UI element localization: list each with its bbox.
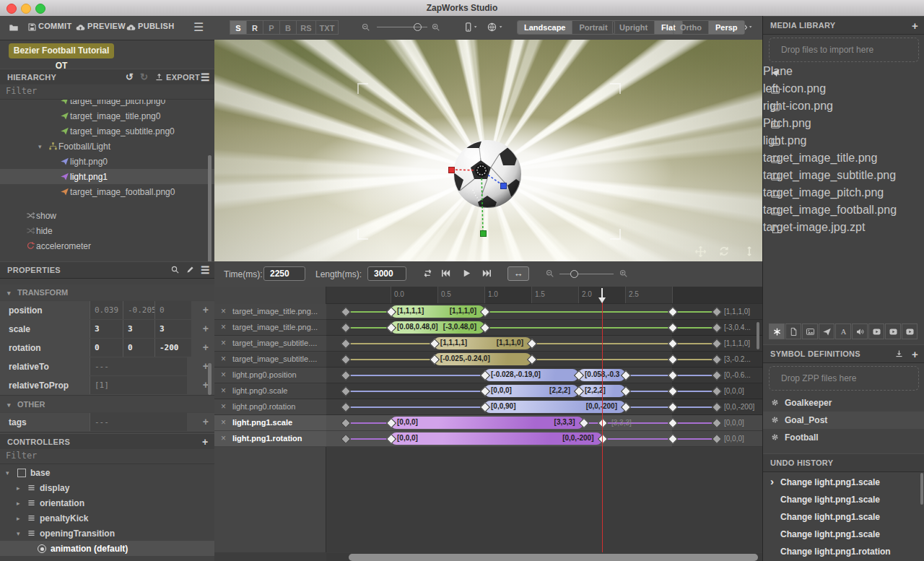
hierarchy-scrollbar[interactable]: [208, 155, 212, 266]
fit-timeline-icon[interactable]: ↔: [507, 266, 529, 281]
zoom-out-icon[interactable]: [361, 22, 371, 32]
add-media-icon[interactable]: +: [912, 20, 918, 31]
media-filter-audio[interactable]: [852, 323, 868, 339]
track-name-row[interactable]: ×light.png1.scale: [214, 415, 326, 431]
visibility-caret-icon[interactable]: [749, 25, 755, 32]
symbol-item[interactable]: Goal_Post: [763, 412, 924, 429]
expander-chevron-icon[interactable]: ▾: [6, 469, 9, 477]
symbol-item[interactable]: Football: [763, 429, 924, 446]
media-filter-plane[interactable]: [819, 323, 834, 339]
delete-track-icon[interactable]: ×: [221, 370, 226, 380]
project-badge[interactable]: Bezier Football Tutorial OT: [9, 43, 114, 58]
section-chevron-icon[interactable]: ▾: [7, 290, 11, 297]
track-start-handle[interactable]: [341, 386, 351, 396]
dolly-view-icon[interactable]: [744, 245, 755, 257]
property-value[interactable]: 3: [90, 320, 127, 338]
delete-track-icon[interactable]: ×: [221, 417, 226, 427]
add-symbol-icon[interactable]: +: [912, 349, 918, 360]
media-item[interactable]: target_image_pitch.png: [763, 186, 924, 204]
controller-item[interactable]: ▾openingTransition: [0, 526, 214, 541]
gizmo-y-handle[interactable]: [480, 230, 487, 237]
timeline-zoom-out-icon[interactable]: [545, 269, 555, 279]
add-keyframe-icon[interactable]: +: [203, 323, 209, 334]
media-filter-video[interactable]: [868, 323, 884, 339]
keyframe-bar[interactable]: [-0.025,-0.24,0]: [434, 353, 531, 365]
undo-item[interactable]: Change light.png1.rotation: [763, 543, 924, 560]
import-symbol-icon[interactable]: [894, 349, 904, 358]
track-start-handle[interactable]: [341, 402, 351, 412]
track-name-row[interactable]: ×target_image_subtitle....: [214, 336, 326, 352]
reset-view-icon[interactable]: [718, 245, 730, 257]
controller-item[interactable]: ▾base: [0, 465, 214, 480]
property-value[interactable]: ---: [90, 413, 187, 431]
device-caret-icon[interactable]: [474, 25, 480, 32]
keyframe-bar[interactable]: [0,0,0][3,3,3]: [391, 417, 583, 429]
delete-track-icon[interactable]: ×: [221, 401, 226, 412]
viewport-zoom-handle[interactable]: [414, 23, 422, 31]
zoom-in-icon[interactable]: [431, 22, 441, 32]
track-key-row[interactable]: [-0.025,-0.24,0][3,-0.2...: [326, 352, 762, 368]
track-start-handle[interactable]: [341, 307, 351, 317]
track-key-row[interactable]: [0,0,90][0,0,-200][0,0,-200]: [326, 399, 762, 415]
search-icon[interactable]: [170, 265, 180, 274]
media-item[interactable]: target_image_title.png: [763, 152, 924, 169]
add-keyframe-icon[interactable]: +: [203, 304, 209, 316]
media-item[interactable]: left-icon.png: [763, 82, 924, 100]
media-item[interactable]: light.png: [763, 134, 924, 152]
track-start-handle[interactable]: [341, 339, 351, 349]
timeline-zoom-in-icon[interactable]: [619, 269, 629, 279]
track-name-row[interactable]: ×light.png0.scale: [214, 383, 326, 399]
track-name-row[interactable]: ×target_image_subtitle....: [214, 352, 326, 368]
export-button[interactable]: EXPORT: [166, 73, 200, 82]
undo-icon[interactable]: ↺: [126, 72, 134, 82]
media-item[interactable]: target_image_subtitle.png: [763, 169, 924, 186]
hierarchy-item[interactable]: target_image_subtitle.png0: [0, 123, 214, 139]
property-value[interactable]: 0.039: [90, 301, 127, 319]
segment-option-ortho[interactable]: Ortho: [674, 21, 708, 34]
hierarchy-item[interactable]: target_image_title.png0: [0, 108, 214, 123]
controller-item[interactable]: animation (default): [0, 541, 214, 556]
expander-chevron-icon[interactable]: ▸: [17, 500, 20, 507]
undo-item[interactable]: Change light.png1.scale: [763, 526, 924, 543]
open-project-icon[interactable]: [9, 22, 19, 32]
track-start-handle[interactable]: [341, 370, 351, 380]
menu-icon[interactable]: ☰: [193, 22, 204, 33]
property-value[interactable]: ---: [90, 357, 187, 375]
property-section-header[interactable]: ▾TRANSFORM: [0, 284, 214, 300]
add-keyframe-icon[interactable]: +: [203, 342, 209, 353]
mode-button-rs[interactable]: RS: [296, 20, 316, 35]
hierarchy-item[interactable]: light.png0: [0, 154, 214, 169]
hierarchy-item[interactable]: target_image_football.png0: [0, 184, 214, 199]
skip-end-icon[interactable]: [481, 268, 492, 279]
length-input[interactable]: [367, 266, 406, 281]
track-name-row[interactable]: ×light.png1.rotation: [214, 431, 326, 447]
hierarchy-item[interactable]: light.png1: [0, 169, 214, 184]
loop-icon[interactable]: [422, 268, 433, 279]
track-key-row[interactable]: [1,1,1,1][1,1,1,0][1,1,1,0]: [326, 304, 762, 320]
pan-view-icon[interactable]: [694, 245, 707, 258]
delete-track-icon[interactable]: ×: [221, 306, 226, 316]
environment-caret-icon[interactable]: [499, 25, 505, 32]
mode-button-s[interactable]: S: [230, 20, 247, 35]
delete-track-icon[interactable]: ×: [221, 386, 226, 396]
media-filter-image[interactable]: [802, 323, 818, 339]
track-name-row[interactable]: ×target_image_title.png...: [214, 304, 326, 320]
playhead-line[interactable]: [602, 299, 603, 552]
segment-option-portrait[interactable]: Portrait: [572, 21, 614, 34]
hierarchy-item[interactable]: hide: [0, 223, 214, 238]
viewport-3d[interactable]: [214, 40, 762, 261]
controller-item[interactable]: ▸orientation: [0, 495, 214, 510]
delete-track-icon[interactable]: ×: [221, 354, 226, 364]
pencil-icon[interactable]: [186, 265, 195, 274]
keyframe-bar[interactable]: [0,0,0][2,2,2]: [484, 385, 578, 397]
property-value[interactable]: 3: [123, 320, 159, 338]
playhead-marker[interactable]: [596, 287, 609, 305]
delete-track-icon[interactable]: ×: [221, 322, 226, 332]
media-filter-video[interactable]: [902, 323, 918, 339]
media-item[interactable]: right-icon.png: [763, 100, 924, 117]
gizmo-z-handle[interactable]: [500, 183, 507, 189]
controller-item[interactable]: ▸display: [0, 480, 214, 495]
timeline-ruler[interactable]: 0.00.51.01.52.02.5: [326, 287, 762, 304]
track-key-row[interactable]: [0,0,0][3,3,3][3,3,3][0,0,0]: [326, 415, 762, 431]
expander-chevron-icon[interactable]: ▸: [17, 484, 20, 492]
